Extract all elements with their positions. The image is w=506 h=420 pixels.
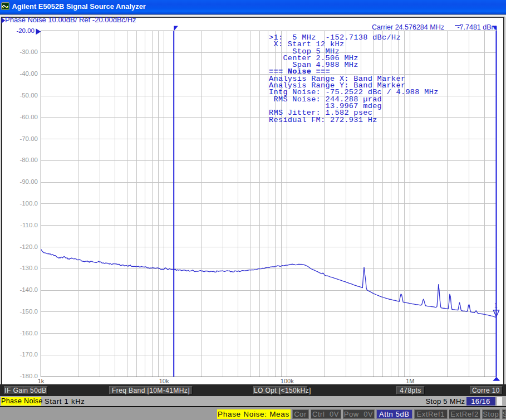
svg-text:1: 1: [494, 302, 498, 309]
